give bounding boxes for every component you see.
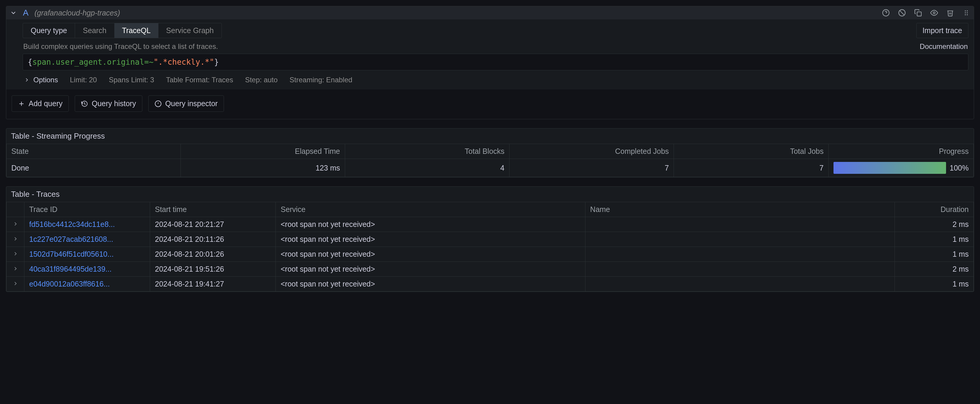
table-header-row: Trace ID Start time Service Name Duratio… (6, 202, 974, 217)
query-key: span.user_agent.original (32, 57, 145, 67)
expand-row-toggle[interactable] (6, 277, 24, 292)
cell-start-time: 2024-08-21 20:21:27 (150, 217, 276, 232)
copy-icon[interactable] (914, 9, 922, 17)
cell-trace-id[interactable]: 1c227e027acab621608... (24, 232, 150, 247)
cell-progress: 100% (829, 159, 974, 177)
table-row[interactable]: 40ca31f8964495de139...2024-08-21 19:51:2… (6, 262, 974, 277)
progress-bar (834, 162, 946, 174)
cell-trace-id[interactable]: e04d90012a063ff8616... (24, 277, 150, 292)
options-toggle[interactable]: Options (24, 76, 58, 84)
query-history-button[interactable]: Query history (75, 96, 142, 112)
traces-title: Table - Traces (6, 187, 974, 202)
cell-service: <root span not yet received> (276, 247, 585, 262)
cell-duration: 1 ms (895, 277, 974, 292)
cell-completed-jobs: 7 (509, 159, 674, 177)
trash-icon[interactable] (947, 9, 954, 17)
tab-search[interactable]: Search (75, 23, 114, 38)
query-type-label: Query type (23, 23, 75, 38)
cell-service: <root span not yet received> (276, 262, 585, 277)
col-progress[interactable]: Progress (829, 144, 974, 159)
cell-start-time: 2024-08-21 19:51:26 (150, 262, 276, 277)
options-row: Options Limit: 20 Spans Limit: 3 Table F… (22, 70, 968, 88)
cell-name (585, 232, 894, 247)
tab-traceql[interactable]: TraceQL (115, 23, 158, 38)
query-history-label: Query history (92, 99, 136, 108)
cell-name (585, 217, 894, 232)
documentation-link[interactable]: Documentation (920, 42, 968, 51)
svg-point-10 (965, 14, 966, 15)
options-streaming: Streaming: Enabled (290, 76, 352, 84)
cell-name (585, 247, 894, 262)
drag-handle-icon[interactable] (963, 9, 970, 17)
streaming-progress-panel: Table - Streaming Progress State Elapsed… (6, 128, 974, 177)
hint-row: Build complex queries using TraceQL to s… (22, 38, 968, 54)
svg-point-7 (967, 10, 968, 11)
cell-start-time: 2024-08-21 20:01:26 (150, 247, 276, 262)
hint-text: Build complex queries using TraceQL to s… (23, 42, 218, 51)
expand-row-toggle[interactable] (6, 262, 24, 277)
options-spans-limit: Spans Limit: 3 (109, 76, 154, 84)
expand-row-toggle[interactable] (6, 217, 24, 232)
action-buttons-row: Add query Query history Query inspector (6, 89, 974, 119)
eye-icon[interactable] (930, 9, 938, 17)
cell-name (585, 262, 894, 277)
table-row[interactable]: fd516bc4412c34dc11e8...2024-08-21 20:21:… (6, 217, 974, 232)
table-row[interactable]: 1c227e027acab621608...2024-08-21 20:11:2… (6, 232, 974, 247)
col-start-time[interactable]: Start time (150, 202, 276, 217)
col-expand (6, 202, 24, 217)
svg-point-5 (933, 12, 935, 14)
col-trace-id[interactable]: Trace ID (24, 202, 150, 217)
col-state[interactable]: State (6, 144, 181, 159)
query-inspector-button[interactable]: Query inspector (148, 96, 224, 112)
cell-trace-id[interactable]: fd516bc4412c34dc11e8... (24, 217, 150, 232)
traceql-input[interactable]: {span.user_agent.original=~".*checkly.*"… (22, 54, 968, 70)
cell-duration: 2 ms (895, 262, 974, 277)
cell-service: <root span not yet received> (276, 217, 585, 232)
expand-row-toggle[interactable] (6, 247, 24, 262)
cell-total-blocks: 4 (345, 159, 509, 177)
add-query-button[interactable]: Add query (12, 96, 69, 112)
col-total-jobs[interactable]: Total Jobs (674, 144, 829, 159)
options-label: Options (33, 76, 58, 84)
col-service[interactable]: Service (276, 202, 585, 217)
streaming-progress-title: Table - Streaming Progress (6, 128, 974, 144)
brace-close: } (214, 57, 219, 67)
table-row[interactable]: 1502d7b46f51cdf05610...2024-08-21 20:01:… (6, 247, 974, 262)
col-elapsed[interactable]: Elapsed Time (180, 144, 345, 159)
brace-open: { (28, 57, 32, 67)
cell-state: Done (6, 159, 181, 177)
header-actions (882, 9, 970, 17)
col-total-blocks[interactable]: Total Blocks (345, 144, 509, 159)
query-string: ".*checkly.*" (154, 57, 215, 67)
cell-trace-id[interactable]: 40ca31f8964495de139... (24, 262, 150, 277)
streaming-progress-table: State Elapsed Time Total Blocks Complete… (6, 144, 974, 177)
svg-point-9 (967, 12, 968, 13)
add-query-label: Add query (29, 99, 62, 108)
cell-duration: 1 ms (895, 247, 974, 262)
cell-trace-id[interactable]: 1502d7b46f51cdf05610... (24, 247, 150, 262)
cell-service: <root span not yet received> (276, 277, 585, 292)
query-inspector-label: Query inspector (165, 99, 218, 108)
cell-duration: 2 ms (895, 217, 974, 232)
traces-table: Trace ID Start time Service Name Duratio… (6, 202, 974, 292)
options-limit: Limit: 20 (70, 76, 97, 84)
cell-name (585, 277, 894, 292)
table-row[interactable]: Done 123 ms 4 7 7 100% (6, 159, 974, 177)
cell-duration: 1 ms (895, 232, 974, 247)
table-header-row: State Elapsed Time Total Blocks Complete… (6, 144, 974, 159)
disable-query-icon[interactable] (898, 9, 906, 17)
expand-row-toggle[interactable] (6, 232, 24, 247)
svg-point-8 (965, 12, 966, 13)
help-icon[interactable] (882, 9, 890, 17)
tab-service-graph[interactable]: Service Graph (158, 23, 221, 38)
query-editor-panel: A (grafanacloud-hgp-traces) Query type S… (6, 6, 974, 119)
col-duration[interactable]: Duration (895, 202, 974, 217)
tab-row: Query type Search TraceQL Service Graph … (22, 23, 968, 38)
svg-rect-4 (917, 12, 921, 16)
col-name[interactable]: Name (585, 202, 894, 217)
collapse-toggle[interactable] (10, 9, 17, 16)
query-type-tabs: Query type Search TraceQL Service Graph (22, 23, 222, 38)
table-row[interactable]: e04d90012a063ff8616...2024-08-21 19:41:2… (6, 277, 974, 292)
import-trace-button[interactable]: Import trace (916, 23, 968, 38)
col-completed-jobs[interactable]: Completed Jobs (509, 144, 674, 159)
